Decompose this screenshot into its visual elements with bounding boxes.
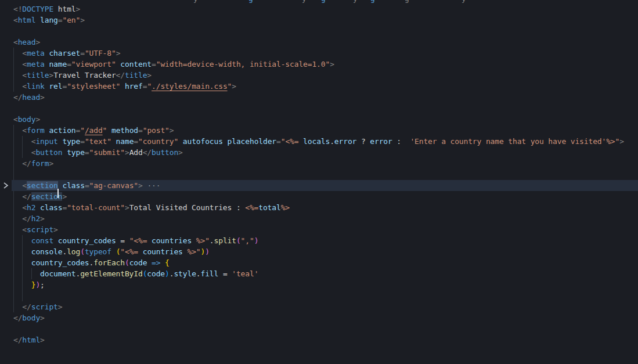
token — [13, 225, 22, 234]
token: < — [13, 115, 18, 124]
editor-gutter — [0, 0, 12, 364]
code-line[interactable]: <link rel="stylesheet" href="./styles/ma… — [12, 81, 638, 92]
token: > — [125, 148, 129, 157]
token: </ — [22, 214, 31, 223]
token — [111, 247, 116, 256]
folded-code-ellipsis[interactable]: ··· — [143, 181, 161, 190]
token: : — [392, 137, 410, 146]
token: "submit" — [89, 148, 125, 157]
token: <%= — [125, 247, 138, 256]
code-line[interactable]: <!DOCTYPE html> — [12, 3, 638, 15]
code-line[interactable] — [12, 169, 638, 180]
code-line[interactable]: country_codes.forEach(code => { — [12, 257, 638, 268]
token: > — [138, 181, 143, 190]
code-line[interactable]: </body> — [12, 312, 638, 323]
token: > — [116, 49, 121, 57]
code-line[interactable] — [12, 323, 638, 334]
token: Travel Tracker — [53, 71, 116, 80]
token: <%= — [134, 236, 147, 245]
token: class — [35, 203, 62, 212]
token: "en" — [62, 16, 80, 24]
code-line[interactable] — [12, 26, 638, 37]
token: "text" — [85, 137, 111, 146]
code-area[interactable]: <!DOCTYPE html><html lang="en"><head> <m… — [12, 3, 638, 345]
fold-chevron-icon[interactable] — [2, 182, 9, 189]
code-line-current[interactable]: <section class="ag-canvas"> ··· — [12, 180, 638, 191]
code-line[interactable]: <body> — [12, 114, 638, 125]
token: </ — [13, 93, 22, 102]
token: meta — [27, 49, 45, 57]
code-line[interactable]: <h2 class="total-count">Total Visited Co… — [12, 202, 638, 213]
token: > — [49, 159, 53, 168]
code-line[interactable]: <title>Travel Tracker</title> — [12, 70, 638, 81]
code-line[interactable]: </section> — [12, 191, 638, 202]
code-line[interactable]: </script> — [12, 301, 638, 312]
token — [13, 302, 22, 311]
token: "total-count" — [67, 203, 125, 212]
token: country_codes — [53, 236, 116, 245]
token: = — [134, 137, 138, 146]
token: %> — [281, 203, 290, 212]
token — [13, 137, 31, 146]
token: head — [18, 38, 36, 46]
token: < — [22, 126, 27, 135]
token: ( — [80, 247, 85, 256]
code-line[interactable]: }); — [12, 279, 638, 290]
token: name — [111, 137, 134, 146]
token: < — [22, 181, 27, 190]
token: > — [35, 115, 40, 124]
token: > — [232, 82, 236, 91]
code-line[interactable]: <button type="submit">Add</button> — [12, 147, 638, 158]
code-editor[interactable]: ygygyggy <!DOCTYPE html><html lang="en">… — [0, 0, 638, 364]
token: button — [152, 148, 178, 157]
token: country_codes — [31, 258, 89, 267]
token: html — [18, 16, 36, 24]
token — [13, 126, 22, 135]
token: placeholder — [223, 137, 276, 146]
token: code — [129, 258, 147, 267]
token: > — [76, 5, 81, 13]
code-line[interactable]: </h2> — [12, 213, 638, 224]
token: countries — [147, 236, 192, 245]
code-line[interactable] — [12, 103, 638, 114]
token: console — [31, 247, 63, 256]
token: > — [80, 16, 85, 24]
code-line[interactable]: document.getElementById(code).style.fill… — [12, 268, 638, 279]
code-line[interactable]: </head> — [12, 92, 638, 103]
token: > — [40, 336, 45, 344]
code-line[interactable]: <input type="text" name="country" autofo… — [12, 136, 638, 147]
token: form — [31, 159, 49, 168]
token: title — [27, 71, 49, 80]
token — [13, 181, 22, 190]
code-line[interactable]: console.log(typeof ("<%= countries %>")) — [12, 246, 638, 257]
token: body — [22, 313, 40, 322]
code-line[interactable]: <meta name="viewport" content="width=dev… — [12, 59, 638, 70]
token: " — [80, 126, 85, 135]
token: > — [49, 71, 53, 80]
token: code — [147, 269, 165, 278]
token: < — [22, 203, 27, 212]
token: < — [22, 225, 27, 234]
code-line[interactable]: </html> — [12, 334, 638, 345]
token: > — [619, 137, 624, 146]
token: . — [62, 247, 67, 256]
code-line[interactable]: <script> — [12, 224, 638, 235]
token: < — [22, 49, 27, 57]
token: </ — [116, 71, 125, 80]
token: > — [53, 225, 58, 234]
code-line[interactable]: <form action="/add" method="post"> — [12, 125, 638, 136]
token — [13, 236, 31, 245]
code-line[interactable]: <html lang="en"> — [12, 15, 638, 26]
token: > — [125, 203, 129, 212]
token — [13, 148, 31, 157]
token: > — [40, 313, 45, 322]
token: "ag-canvas" — [89, 181, 138, 190]
code-line[interactable]: <meta charset="UTF-8"> — [12, 48, 638, 59]
token — [13, 159, 22, 168]
code-line[interactable]: </form> — [12, 158, 638, 169]
token: = — [80, 137, 85, 146]
code-line[interactable]: const country_codes = "<%= countries %>"… — [12, 235, 638, 246]
token: <%= — [245, 203, 258, 212]
code-line[interactable]: <head> — [12, 37, 638, 48]
code-line[interactable] — [12, 290, 638, 301]
